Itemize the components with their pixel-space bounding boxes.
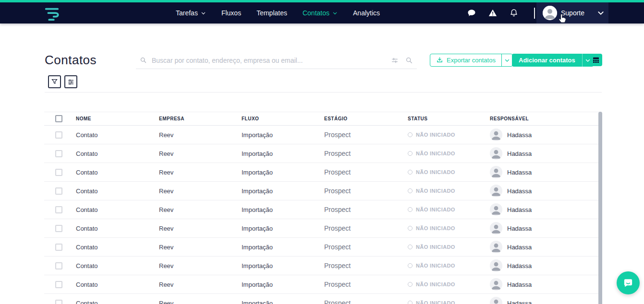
status-label: NÃO INICIADO <box>416 151 455 156</box>
responsavel-name: Hadassa <box>507 225 532 232</box>
export-dropdown-toggle[interactable] <box>501 54 512 66</box>
filter-funnel-button[interactable] <box>48 75 61 88</box>
nav-item-fluxos[interactable]: Fluxos <box>221 9 241 17</box>
profile-avatar <box>543 6 557 20</box>
table-row[interactable]: Contato Reev Importação Prospect NÃO INI… <box>44 200 602 219</box>
search-input[interactable] <box>147 57 391 64</box>
cell-empresa: Reev <box>155 131 238 139</box>
status-label: NÃO INICIADO <box>416 207 455 212</box>
nav-item-contatos[interactable]: Contatos <box>303 9 338 17</box>
column-header-nome[interactable]: NOME <box>72 116 155 121</box>
cell-responsavel: Hadassa <box>486 222 602 234</box>
profile-menu[interactable]: Suporte <box>536 2 608 23</box>
navbar-divider <box>534 8 535 19</box>
add-contacts-button[interactable]: Adicionar contatos <box>512 54 594 67</box>
cell-nome[interactable]: Contato <box>72 300 155 304</box>
table-row[interactable]: Contato Reev Importação Prospect NÃO INI… <box>44 294 602 304</box>
cell-nome[interactable]: Contato <box>72 281 155 288</box>
column-header-status[interactable]: STATUS <box>404 116 486 121</box>
contact-search-bar <box>136 52 417 69</box>
table-row[interactable]: Contato Reev Importação Prospect NÃO INI… <box>44 182 602 200</box>
cell-empresa: Reev <box>155 206 238 213</box>
responsavel-avatar <box>490 222 502 234</box>
cell-nome[interactable]: Contato <box>72 225 155 232</box>
cell-status: NÃO INICIADO <box>404 169 486 175</box>
column-header-responsavel[interactable]: RESPONSÁVEL <box>486 116 602 121</box>
row-checkbox[interactable] <box>55 169 62 176</box>
cell-empresa: Reev <box>155 225 238 232</box>
table-row[interactable]: Contato Reev Importação Prospect NÃO INI… <box>44 275 602 294</box>
cell-estagio: Prospect <box>320 262 404 269</box>
cell-nome[interactable]: Contato <box>72 206 155 213</box>
row-checkbox[interactable] <box>55 131 62 139</box>
responsavel-name: Hadassa <box>507 131 532 139</box>
table-row[interactable]: Contato Reev Importação Prospect NÃO INI… <box>44 238 602 257</box>
status-circle-icon <box>408 245 413 249</box>
cell-nome[interactable]: Contato <box>72 131 155 139</box>
nav-item-tarefas[interactable]: Tarefas <box>176 9 206 17</box>
export-contacts-button[interactable]: Exportar contatos <box>430 54 513 67</box>
nav-item-analytics[interactable]: Analytics <box>353 9 380 17</box>
warning-icon[interactable] <box>488 8 498 18</box>
responsavel-name: Hadassa <box>507 187 532 195</box>
table-row[interactable]: Contato Reev Importação Prospect NÃO INI… <box>44 126 602 144</box>
cell-status: NÃO INICIADO <box>404 244 486 250</box>
sliders-icon[interactable] <box>391 57 399 64</box>
filter-sliders-button[interactable] <box>64 75 77 88</box>
table-scrollbar[interactable] <box>598 112 602 304</box>
chat-widget-button[interactable] <box>617 271 640 294</box>
cell-fluxo: Importação <box>238 225 320 232</box>
cell-status: NÃO INICIADO <box>404 300 486 304</box>
responsavel-avatar <box>490 129 502 141</box>
row-checkbox-cell <box>44 300 72 304</box>
search-submit-icon[interactable] <box>405 57 413 64</box>
row-checkbox[interactable] <box>55 281 62 288</box>
cell-empresa: Reev <box>155 281 238 288</box>
row-checkbox[interactable] <box>55 187 62 195</box>
bell-icon[interactable] <box>509 8 519 18</box>
cell-nome[interactable]: Contato <box>72 169 155 176</box>
row-checkbox-cell <box>44 225 72 232</box>
navbar-icon-group <box>467 2 519 23</box>
select-all-checkbox[interactable] <box>55 115 62 122</box>
reev-logo-icon[interactable] <box>42 6 61 22</box>
column-header-empresa[interactable]: EMPRESA <box>155 116 238 121</box>
cell-nome[interactable]: Contato <box>72 262 155 269</box>
cell-nome[interactable]: Contato <box>72 150 155 157</box>
cell-empresa: Reev <box>155 244 238 251</box>
cell-fluxo: Importação <box>238 281 320 288</box>
row-checkbox[interactable] <box>55 244 62 251</box>
grid-view-icon <box>592 56 600 64</box>
export-contacts-main[interactable]: Exportar contatos <box>430 54 501 66</box>
table-row[interactable]: Contato Reev Importação Prospect NÃO INI… <box>44 219 602 238</box>
row-checkbox-cell <box>44 187 72 195</box>
nav-item-label: Analytics <box>353 9 380 17</box>
chevron-down-icon <box>201 11 206 16</box>
cell-estagio: Prospect <box>320 299 404 304</box>
row-checkbox[interactable] <box>55 206 62 213</box>
table-row[interactable]: Contato Reev Importação Prospect NÃO INI… <box>44 257 602 275</box>
nav-item-templates[interactable]: Templates <box>256 9 287 17</box>
add-contacts-label[interactable]: Adicionar contatos <box>512 54 582 67</box>
page-title: Contatos <box>45 53 97 68</box>
table-row[interactable]: Contato Reev Importação Prospect NÃO INI… <box>44 163 602 182</box>
row-checkbox[interactable] <box>55 300 62 304</box>
cell-responsavel: Hadassa <box>486 147 602 160</box>
cell-nome[interactable]: Contato <box>72 187 155 195</box>
cell-responsavel: Hadassa <box>486 129 602 141</box>
cell-nome[interactable]: Contato <box>72 244 155 251</box>
mouse-cursor-pointer <box>557 13 569 24</box>
responsavel-avatar <box>490 297 502 304</box>
cell-fluxo: Importação <box>238 187 320 195</box>
table-row[interactable]: Contato Reev Importação Prospect NÃO INI… <box>44 144 602 163</box>
grid-view-button[interactable] <box>590 54 602 66</box>
row-checkbox[interactable] <box>55 150 62 157</box>
contacts-table: NOME EMPRESA FLUXO ESTÁGIO STATUS RESPON… <box>44 112 602 304</box>
nav-item-label: Fluxos <box>221 9 241 17</box>
row-checkbox[interactable] <box>55 225 62 232</box>
column-header-fluxo[interactable]: FLUXO <box>238 116 320 121</box>
row-checkbox[interactable] <box>55 262 62 269</box>
column-header-estagio[interactable]: ESTÁGIO <box>320 116 404 121</box>
chat-icon[interactable] <box>467 8 476 18</box>
cell-fluxo: Importação <box>238 262 320 269</box>
